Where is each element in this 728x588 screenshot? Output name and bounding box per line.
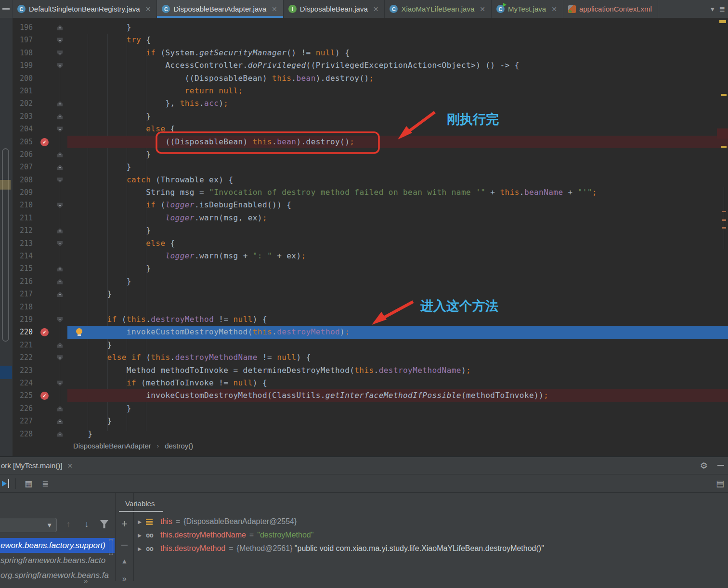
- breakpoint-gutter[interactable]: [37, 224, 53, 237]
- variable-row[interactable]: ▶oothis.destroyMethodName="destroyMethod…: [133, 528, 728, 542]
- debug-session-tab[interactable]: ork [MyTest.main()] ✕: [0, 461, 73, 470]
- code-text[interactable]: catch (Throwable ex) {: [67, 174, 728, 186]
- remove-watch-button[interactable]: [116, 539, 133, 548]
- breakpoint-gutter[interactable]: [37, 301, 53, 313]
- code-text[interactable]: }: [67, 339, 728, 351]
- breakpoint-gutter[interactable]: [37, 97, 53, 110]
- filter-funnel-icon[interactable]: [100, 520, 108, 528]
- breakpoint-icon[interactable]: ✓: [40, 392, 49, 400]
- grid-layout-icon[interactable]: ▦: [25, 479, 32, 489]
- code-line[interactable]: 215 }: [0, 262, 728, 275]
- code-text[interactable]: if (logger.isDebugEnabled()) {: [67, 199, 728, 211]
- code-line[interactable]: 221 }: [0, 339, 728, 351]
- code-text[interactable]: else {: [67, 123, 728, 135]
- code-line[interactable]: 210 if (logger.isDebugEnabled()) {: [0, 199, 728, 211]
- error-stripe-mark[interactable]: [721, 146, 727, 148]
- fold-marker-icon[interactable]: [57, 266, 63, 271]
- fold-marker-icon[interactable]: [57, 203, 63, 208]
- close-icon[interactable]: ✕: [480, 5, 485, 13]
- editor-tab[interactable]: CDefaultSingletonBeanRegistry.java✕: [13, 0, 157, 18]
- breakpoint-gutter[interactable]: [37, 250, 53, 262]
- window-minimize-icon[interactable]: [0, 0, 13, 18]
- fold-marker-icon[interactable]: [57, 101, 63, 106]
- code-line[interactable]: 228 }: [0, 428, 728, 440]
- breakpoint-icon[interactable]: ✓: [40, 138, 49, 146]
- code-text[interactable]: invokeCustomDestroyMethod(ClassUtils.get…: [67, 389, 728, 402]
- breakpoint-gutter[interactable]: [37, 174, 53, 186]
- code-text[interactable]: }: [67, 415, 728, 427]
- fold-marker-icon[interactable]: [57, 228, 63, 233]
- code-text[interactable]: }: [67, 224, 728, 237]
- breakpoint-gutter[interactable]: [37, 47, 53, 59]
- code-line[interactable]: 212 }: [0, 224, 728, 237]
- code-line[interactable]: 211 logger.warn(msg, ex);: [0, 212, 728, 224]
- tab-list-icon[interactable]: ≣: [719, 5, 725, 13]
- breakpoint-gutter[interactable]: [37, 402, 53, 415]
- fold-marker-icon[interactable]: [57, 241, 63, 246]
- fold-marker-icon[interactable]: [57, 355, 63, 360]
- code-text[interactable]: if (this.destroyMethod != null) {: [67, 313, 728, 326]
- fold-marker-icon[interactable]: [57, 152, 63, 157]
- breakpoint-gutter[interactable]: [37, 161, 53, 173]
- fold-marker-icon[interactable]: [57, 25, 63, 30]
- code-line[interactable]: 225✓ invokeCustomDestroyMethod(ClassUtil…: [0, 389, 728, 402]
- fold-marker-icon[interactable]: [57, 432, 63, 437]
- code-text[interactable]: }: [67, 148, 728, 161]
- code-text[interactable]: }: [67, 110, 728, 123]
- breadcrumb-method[interactable]: destroy(): [165, 442, 193, 450]
- code-text[interactable]: }, this.acc);: [67, 97, 728, 110]
- layout-restore-icon[interactable]: ▤: [716, 479, 724, 488]
- watch-more-button[interactable]: »: [116, 575, 133, 583]
- close-icon[interactable]: ✕: [67, 462, 73, 470]
- code-text[interactable]: ((DisposableBean) this.bean).destroy();: [67, 72, 728, 85]
- breakpoint-gutter[interactable]: [37, 364, 53, 377]
- code-line[interactable]: 209 String msg = "Invocation of destroy …: [0, 186, 728, 199]
- fold-marker-icon[interactable]: [57, 63, 63, 68]
- code-line[interactable]: 203 }: [0, 110, 728, 123]
- code-text[interactable]: return null;: [67, 85, 728, 97]
- code-line[interactable]: 202 }, this.acc);: [0, 97, 728, 110]
- code-line[interactable]: 222 else if (this.destroyMethodName != n…: [0, 351, 728, 364]
- editor-scrollbar-track[interactable]: [724, 187, 724, 249]
- expand-arrow-icon[interactable]: ▶: [133, 546, 146, 551]
- code-text[interactable]: ((DisposableBean) this.bean).destroy();: [67, 136, 728, 148]
- fold-marker-icon[interactable]: [57, 127, 63, 132]
- close-icon[interactable]: ✕: [551, 5, 557, 13]
- code-text[interactable]: }: [67, 402, 728, 415]
- code-text[interactable]: if (System.getSecurityManager() != null)…: [67, 47, 728, 59]
- code-text[interactable]: }: [67, 428, 728, 440]
- breakpoint-gutter[interactable]: [37, 377, 53, 389]
- code-text[interactable]: }: [67, 161, 728, 173]
- breakpoint-gutter[interactable]: [37, 72, 53, 85]
- code-line[interactable]: 200 ((DisposableBean) this.bean).destroy…: [0, 72, 728, 85]
- error-stripe-mark[interactable]: [722, 211, 726, 212]
- breakpoint-icon[interactable]: ✓: [40, 328, 49, 336]
- breakpoint-gutter[interactable]: [37, 351, 53, 364]
- breakpoint-gutter[interactable]: ✓: [37, 136, 53, 148]
- editor-tab[interactable]: IDisposableBean.java✕: [284, 0, 385, 18]
- code-line[interactable]: 223 Method methodToInvoke = determineDes…: [0, 364, 728, 377]
- code-text[interactable]: logger.warn(msg, ex);: [67, 212, 728, 224]
- breakpoint-gutter[interactable]: [37, 21, 53, 34]
- fold-marker-icon[interactable]: [57, 279, 63, 284]
- breadcrumb-class[interactable]: DisposableBeanAdapter: [73, 442, 151, 450]
- tab-overflow-chevron-icon[interactable]: ▾: [711, 5, 715, 13]
- code-text[interactable]: invokeCustomDestroyMethod(this.destroyMe…: [67, 326, 728, 338]
- move-watch-up-button[interactable]: ▲: [116, 557, 133, 565]
- code-line[interactable]: 219 if (this.destroyMethod != null) {: [0, 313, 728, 326]
- expand-arrow-icon[interactable]: ▶: [133, 519, 146, 524]
- error-stripe-mark[interactable]: [722, 219, 726, 221]
- code-text[interactable]: else if (this.destroyMethodName != null)…: [67, 351, 728, 364]
- gear-icon[interactable]: ⚙: [700, 460, 708, 471]
- code-line[interactable]: 216 }: [0, 275, 728, 288]
- breakpoint-gutter[interactable]: [37, 339, 53, 351]
- code-text[interactable]: }: [67, 21, 728, 34]
- variable-row[interactable]: ▶this={DisposableBeanAdapter@2554}: [133, 515, 728, 528]
- breakpoint-gutter[interactable]: [37, 428, 53, 440]
- code-line[interactable]: 201 return null;: [0, 85, 728, 97]
- code-line[interactable]: 224 if (methodToInvoke != null) {: [0, 377, 728, 389]
- expand-arrow-icon[interactable]: ▶: [133, 533, 146, 538]
- frame-up-icon[interactable]: ↑: [63, 518, 74, 530]
- fold-marker-icon[interactable]: [57, 38, 63, 43]
- code-text[interactable]: else {: [67, 237, 728, 250]
